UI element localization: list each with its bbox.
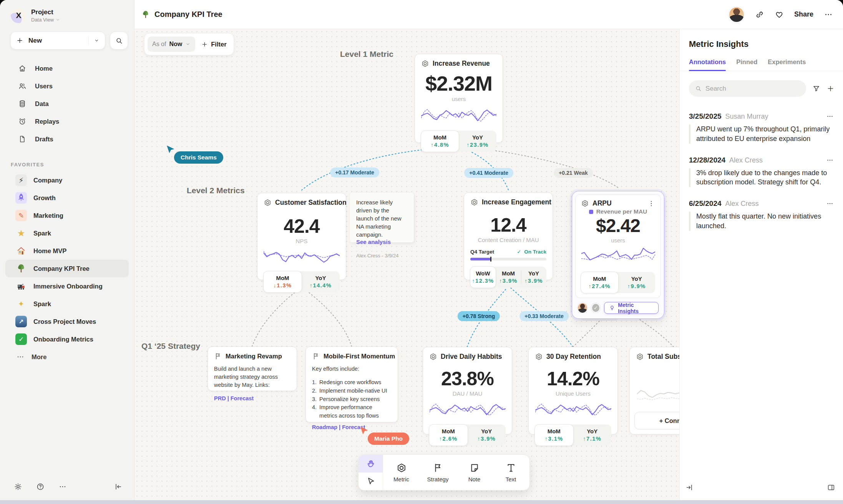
favorite-immersive-onboarding[interactable]: Immersive Onboarding	[5, 277, 129, 295]
add-annotation-icon[interactable]	[826, 85, 835, 93]
sidebar-item-data[interactable]: Data	[0, 95, 134, 113]
metric-value: 42.4	[264, 217, 340, 236]
panel-title: Metric Insights	[680, 29, 843, 49]
note-author: Alex Cress - 3/9/24	[356, 253, 408, 259]
tool-strategy[interactable]: Strategy	[420, 455, 456, 490]
tab-pinned[interactable]: Pinned	[736, 58, 757, 71]
metric-card-customer-satisfaction[interactable]: Customer Satisfaction 42.4 NPS MoM ↓1.3%…	[257, 193, 346, 280]
collapse-panel-icon[interactable]	[685, 483, 694, 492]
stat-mom[interactable]: MoM ↓1.3%	[263, 271, 302, 293]
annotation-menu-icon[interactable]	[826, 113, 834, 120]
new-button[interactable]: New	[10, 32, 105, 50]
favorite-home-mvp[interactable]: Home MVP	[5, 242, 129, 260]
stat-yoy[interactable]: YoY ↑23.9%	[459, 131, 496, 152]
stat-yoy[interactable]: YoY ↑3.9%	[468, 424, 506, 446]
select-tool[interactable]	[358, 472, 383, 490]
sidebar: X Project Data View New	[0, 0, 134, 500]
stat-mom[interactable]: MoM ↑3.1%	[534, 424, 574, 446]
favorite-growth[interactable]: Growth	[5, 189, 129, 207]
sidebar-item-drafts[interactable]: Drafts	[0, 130, 134, 148]
sidebar-item-home[interactable]: Home	[0, 60, 134, 77]
metric-insights-button[interactable]: Metric Insights	[604, 302, 659, 314]
verified-check-icon: ✓	[591, 303, 601, 313]
workspace-header[interactable]: X Project Data View	[0, 0, 134, 23]
sparkline	[264, 248, 340, 267]
metric-unit: DAU / MAU	[429, 390, 506, 397]
stat-mom[interactable]: MoM ↑3.9%	[496, 267, 521, 288]
document-title: Company KPI Tree	[134, 10, 222, 20]
toggle-panel-icon[interactable]	[827, 483, 835, 492]
stat-mom[interactable]: MoM ↑4.8%	[421, 130, 459, 152]
tool-note[interactable]: Note	[456, 455, 493, 490]
filter-funnel-icon[interactable]	[812, 85, 820, 93]
search-input[interactable]	[705, 85, 800, 93]
stat-yoy[interactable]: YoY ↑14.4%	[302, 271, 340, 292]
connect-data-button[interactable]: + Connec	[634, 412, 679, 429]
hand-tool[interactable]	[358, 455, 383, 472]
metric-value: $2.32M	[421, 73, 496, 94]
sparkline	[637, 385, 679, 404]
metric-card-increase-engagement[interactable]: Increase Engagement 12.4 Content Creatio…	[464, 192, 553, 280]
annotations-search[interactable]	[689, 80, 806, 97]
kpi-tree-canvas[interactable]: Level 1 Metric Level 2 Metrics Q1 ‘25 St…	[134, 29, 679, 500]
favorite-marketing[interactable]: ✎ Marketing	[5, 207, 129, 224]
more-options-icon[interactable]	[824, 10, 833, 19]
metric-card-arpu-selected[interactable]: ARPU Revenue per MAU $2.42 users MoM ↑27…	[572, 191, 664, 319]
tree-icon	[141, 10, 151, 20]
tool-metric[interactable]: Metric	[383, 455, 420, 490]
sidebar-item-replays[interactable]: Replays	[0, 113, 134, 130]
stat-yoy[interactable]: YoY ↑7.1%	[573, 424, 612, 446]
tab-experiments[interactable]: Experiments	[768, 58, 806, 71]
sidebar-item-users[interactable]: Users	[0, 77, 134, 95]
stat-mom[interactable]: MoM ↑27.4%	[581, 272, 619, 293]
chevron-down-icon[interactable]	[94, 38, 100, 43]
chevron-down-icon	[185, 41, 191, 47]
correlation-badge: +0.78 Strong	[458, 311, 500, 321]
canvas-note[interactable]: Increase likely driven by the launch of …	[350, 193, 414, 242]
strategy-card-mobile-first[interactable]: Mobile-First Momentum Key efforts includ…	[305, 346, 398, 423]
strategy-links[interactable]: PRD | Forecast	[214, 395, 290, 401]
tree-icon	[15, 263, 27, 274]
sidebar-search-button[interactable]	[110, 32, 128, 50]
tab-annotations[interactable]: Annotations	[689, 58, 726, 71]
ellipsis-icon[interactable]	[58, 482, 67, 491]
gear-icon[interactable]	[14, 482, 22, 491]
favorite-company-kpi-tree[interactable]: Company KPI Tree	[5, 260, 129, 277]
favorite-company[interactable]: ⚡ Company	[5, 171, 129, 189]
favorite-onboarding-metrics[interactable]: ✓ Onboarding Metrics	[5, 330, 129, 348]
add-filter-button[interactable]: Filter	[201, 41, 226, 48]
help-icon[interactable]	[36, 482, 45, 491]
favorites-more-button[interactable]: More	[0, 348, 134, 366]
sidebar-footer	[0, 473, 134, 500]
plus-icon	[201, 41, 208, 48]
collapse-sidebar-icon[interactable]	[114, 482, 123, 491]
desktop-strip	[0, 500, 843, 504]
correlation-badge: +0.41 Moderate	[464, 168, 513, 178]
metric-card-increase-revenue[interactable]: Increase Revenue $2.32M users MoM ↑4.8% …	[415, 54, 503, 143]
annotation-list: 3/25/2025 Susan Murray ARPU went up 7% t…	[680, 97, 843, 231]
strategy-links[interactable]: Roadmap | Forecast	[312, 424, 392, 430]
see-analysis-link[interactable]: See analysis	[356, 239, 408, 245]
favorite-heart-icon[interactable]	[775, 10, 784, 19]
copy-link-icon[interactable]	[755, 10, 764, 19]
project-view-switcher[interactable]: Data View	[31, 17, 60, 23]
stat-mom[interactable]: MoM ↑2.6%	[429, 424, 468, 446]
remote-cursor-maria: Maria Pho	[359, 426, 369, 437]
favorite-cross-project-moves[interactable]: ↗ Cross Project Moves	[5, 313, 129, 330]
share-button[interactable]: Share	[794, 10, 813, 18]
stat-yoy[interactable]: YoY ↑9.9%	[618, 272, 655, 293]
favorite-spark-2[interactable]: ✦ Spark	[5, 295, 129, 313]
metric-card-total-subscriptions[interactable]: Total Subscript + Connec	[629, 347, 679, 434]
stat-yoy[interactable]: YoY ↑3.9%	[521, 267, 546, 288]
annotation-menu-icon[interactable]	[826, 156, 834, 164]
stat-wow[interactable]: WoW ↑12.3%	[470, 266, 496, 288]
card-menu-icon[interactable]	[647, 200, 655, 207]
metric-card-drive-daily-habbits[interactable]: Drive Daily Habbits 23.8% DAU / MAU MoM …	[423, 347, 512, 434]
strategy-card-marketing-revamp[interactable]: Marketing Revamp Build and launch a new …	[207, 346, 297, 391]
as-of-selector[interactable]: As of Now	[148, 36, 195, 52]
user-avatar[interactable]	[728, 7, 745, 23]
metric-card-30-day-retention[interactable]: 30 Day Retention 14.2% Unique Users MoM …	[528, 347, 618, 434]
annotation-menu-icon[interactable]	[826, 200, 834, 207]
tool-text[interactable]: Text	[493, 455, 529, 490]
favorite-spark[interactable]: ★ Spark	[5, 224, 129, 242]
